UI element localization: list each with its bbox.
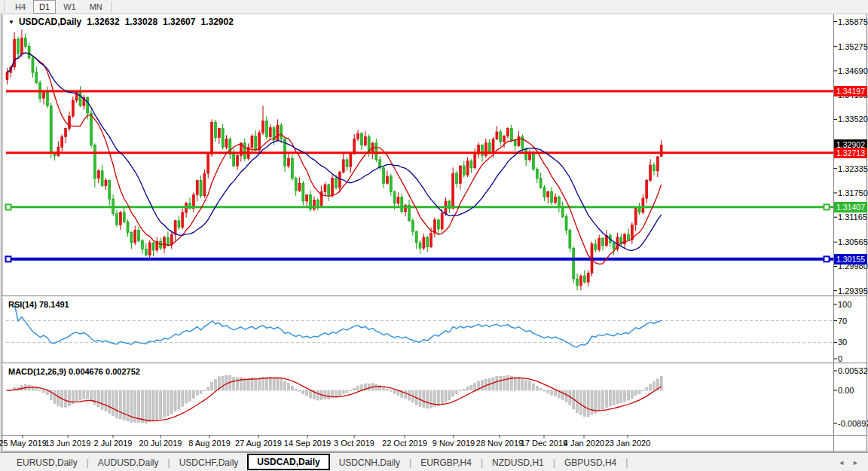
- rsi-axis-label: 0: [838, 354, 842, 363]
- rsi-axis-label: 100: [838, 300, 851, 309]
- date-axis-label: 23 Jan 2020: [605, 439, 651, 448]
- price-axis-label: 1.34690: [838, 66, 868, 75]
- quote-low: 1.32607: [163, 17, 195, 27]
- date-axis-label: 9 Nov 2019: [432, 439, 475, 448]
- tab-usdchf-daily[interactable]: USDCHF,Daily: [170, 455, 248, 470]
- date-axis-label: 25 May 2019: [0, 439, 47, 448]
- date-axis-label: 2 Jul 2019: [94, 439, 133, 448]
- tab-usdcnh-daily[interactable]: USDCNH,Daily: [330, 455, 409, 470]
- price-axis-label: 1.31750: [838, 188, 868, 197]
- price-axis-label: 1.30565: [838, 237, 868, 246]
- timeframe-button-h4[interactable]: H4: [9, 0, 32, 14]
- toolbar-separator: [112, 2, 113, 12]
- tab-eurusd-daily[interactable]: EURUSD,Daily: [8, 455, 87, 470]
- chart-canvas[interactable]: [0, 0, 868, 471]
- price-axis-label: 1.35275: [838, 42, 868, 51]
- timeframe-button-d1[interactable]: D1: [33, 0, 56, 14]
- hline-handle-support-mid[interactable]: [824, 204, 830, 210]
- rsi-axis-label: 30: [838, 338, 847, 347]
- chart-title-row: ▼ USDCAD,Daily 1.32632 1.33028 1.32607 1…: [8, 17, 234, 27]
- hline-handle-support-lower[interactable]: [6, 256, 11, 261]
- date-axis-label: 13 Jun 2019: [45, 439, 91, 448]
- price-badge-resistance-lower: 1.32713: [834, 148, 867, 158]
- date-axis-label: 17 Dec 2019: [521, 439, 567, 448]
- price-axis-label: 1.35875: [838, 17, 868, 26]
- tab-gbpusd-h4[interactable]: GBPUSD,H4: [555, 455, 625, 470]
- date-axis-label: 28 Nov 2019: [476, 439, 523, 448]
- quote-close: 1.32902: [200, 17, 233, 27]
- toolbar-separator: [5, 2, 6, 12]
- tab-nzdusd-h1[interactable]: NZDUSD,H1: [483, 455, 553, 470]
- date-axis-label: 3 Oct 2019: [334, 439, 374, 448]
- rsi-axis-label: 70: [838, 317, 847, 326]
- tab-separator-icon: |: [625, 457, 628, 468]
- tab-eurgbp-h4[interactable]: EURGBP,H4: [411, 455, 481, 470]
- price-badge-resistance-upper: 1.34197: [834, 86, 867, 96]
- tab-nav-arrows: ◄►: [838, 459, 859, 466]
- chart-symbol-title: USDCAD,Daily: [19, 17, 81, 27]
- tab-scroll-right-icon[interactable]: ►: [852, 459, 859, 466]
- timeframe-button-w1[interactable]: W1: [57, 0, 82, 14]
- price-axis-label: 1.33520: [838, 115, 868, 124]
- macd-axis-label: 0.005324: [838, 366, 868, 375]
- date-axis-label: 27 Aug 2019: [235, 439, 282, 448]
- quote-open: 1.32632: [87, 17, 119, 27]
- date-axis-label: 20 Jul 2019: [139, 439, 182, 448]
- date-axis-label: 4 Jan 2020: [564, 439, 604, 448]
- hline-handle-support-mid[interactable]: [6, 204, 11, 210]
- date-axis-label: 22 Oct 2019: [382, 439, 427, 448]
- rsi-indicator-label: RSI(14) 78.1491: [8, 300, 69, 309]
- date-axis-label: 8 Aug 2019: [188, 439, 231, 448]
- price-badge-support-lower: 1.30155: [834, 254, 867, 265]
- timeframe-toolbar: H4D1W1MN: [0, 0, 868, 14]
- tab-scroll-left-icon[interactable]: ◄: [838, 459, 845, 466]
- price-badge-support-mid: 1.31407: [834, 202, 867, 213]
- macd-axis-label: -0.008929: [838, 419, 868, 428]
- quote-high: 1.33028: [125, 17, 157, 27]
- price-axis-label: 1.31165: [838, 213, 867, 222]
- macd-indicator-label: MACD(12,26,9) 0.004676 0.002752: [8, 367, 140, 376]
- price-axis-label: 1.29395: [838, 286, 868, 295]
- tab-usdcad-daily[interactable]: USDCAD,Daily: [247, 454, 329, 470]
- hline-handle-support-lower[interactable]: [824, 256, 830, 261]
- macd-axis-label: 0.00: [838, 386, 854, 395]
- chart-tab-bar: EURUSD,Daily|AUDUSD,Daily|USDCHF,DailyUS…: [0, 452, 868, 471]
- date-axis-label: 14 Sep 2019: [284, 439, 331, 448]
- chart-dropdown-caret-icon[interactable]: ▼: [8, 19, 14, 26]
- timeframe-button-mn[interactable]: MN: [84, 0, 108, 14]
- trading-terminal-window: H4D1W1MN ▼ USDCAD,Daily 1.32632 1.33028 …: [0, 0, 868, 471]
- price-axis-label: 1.32335: [838, 164, 868, 173]
- tab-audusd-daily[interactable]: AUDUSD,Daily: [89, 455, 168, 470]
